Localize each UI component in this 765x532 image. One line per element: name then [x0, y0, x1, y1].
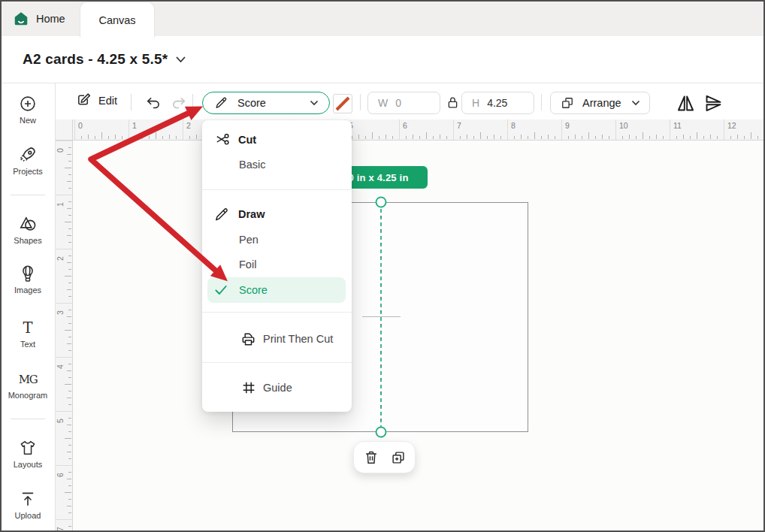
- sidebar-item-layouts[interactable]: Layouts: [2, 438, 54, 469]
- height-label: H: [472, 97, 479, 109]
- tab-home[interactable]: Home: [2, 2, 91, 36]
- sidebar-item-upload[interactable]: Upload: [2, 489, 54, 520]
- sidebar-label: Images: [2, 286, 54, 295]
- menu-item-label: Pen: [239, 234, 259, 246]
- vertical-ruler: 01234567: [56, 141, 73, 530]
- menu-item-label: Score: [239, 284, 268, 296]
- menu-item-label: Foil: [239, 258, 256, 271]
- rocket-icon: [18, 145, 38, 165]
- sidebar-label: Layouts: [2, 460, 54, 469]
- monogram-icon: MG: [17, 369, 39, 388]
- svg-text:T: T: [23, 319, 32, 337]
- menu-item-label: Draw: [238, 208, 265, 220]
- lock-icon[interactable]: [446, 95, 460, 110]
- menu-item-score[interactable]: Score: [202, 277, 352, 303]
- toolbar-separator: [541, 94, 542, 110]
- duplicate-icon[interactable]: [390, 449, 407, 466]
- undo-icon[interactable]: [145, 95, 162, 112]
- guide-icon: [240, 379, 257, 396]
- sidebar-label: Monogram: [2, 391, 54, 400]
- menu-divider: [202, 312, 352, 313]
- printer-icon: [240, 331, 257, 348]
- tab-canvas-label: Canvas: [98, 14, 135, 26]
- tab-home-label: Home: [36, 13, 65, 25]
- width-label: W: [378, 97, 388, 109]
- arrange-select[interactable]: Arrange: [550, 92, 650, 114]
- shapes-icon: [18, 214, 38, 234]
- menu-item-pen[interactable]: Pen: [202, 227, 352, 252]
- sidebar-divider: [11, 419, 45, 419]
- tab-canvas[interactable]: Canvas: [80, 2, 155, 38]
- diagonal-line-icon: [334, 95, 352, 113]
- upload-icon: [18, 489, 38, 509]
- sidebar-label: Projects: [2, 167, 54, 176]
- sidebar-item-text[interactable]: T Text: [2, 318, 54, 349]
- logo-icon: [13, 11, 29, 27]
- chevron-down-icon[interactable]: [175, 56, 186, 63]
- project-title: A2 cards - 4.25 x 5.5*: [23, 51, 168, 68]
- menu-item-foil[interactable]: Foil: [202, 252, 352, 277]
- height-field[interactable]: H 4.25: [461, 92, 534, 114]
- edit-icon: [75, 92, 92, 109]
- edit-label: Edit: [98, 95, 117, 107]
- edit-button[interactable]: Edit: [75, 92, 117, 109]
- sidebar-item-images[interactable]: Images: [2, 264, 54, 295]
- sidebar-item-monogram[interactable]: MG Monogram: [2, 369, 54, 400]
- horizontal-ruler: 0123456789101112: [73, 119, 763, 141]
- chevron-down-icon: [310, 100, 319, 106]
- menu-divider: [202, 189, 352, 190]
- width-field[interactable]: W 0: [367, 92, 440, 114]
- menu-item-print-then-cut[interactable]: Print Then Cut: [202, 326, 352, 352]
- sidebar: New Projects Shapes Images: [2, 83, 56, 530]
- menu-item-label: Guide: [263, 382, 292, 394]
- chevron-down-icon: [631, 100, 640, 106]
- sidebar-item-shapes[interactable]: Shapes: [2, 214, 54, 245]
- arrange-layers-icon: [560, 95, 575, 110]
- linetype-select[interactable]: Score: [202, 92, 330, 114]
- flip-vertical-icon[interactable]: [703, 93, 724, 113]
- app-window: Home Canvas A2 cards - 4.25 x 5.5* New P…: [0, 0, 765, 532]
- menu-item-label: Cut: [238, 134, 256, 146]
- trash-icon[interactable]: [363, 449, 379, 466]
- title-bar: A2 cards - 4.25 x 5.5*: [2, 36, 763, 83]
- sidebar-item-new[interactable]: New: [2, 94, 54, 125]
- ruler-corner: [56, 119, 73, 141]
- card-center-mark: [362, 316, 401, 317]
- toolbar-separator: [192, 94, 193, 110]
- menu-item-label: Print Then Cut: [263, 333, 333, 345]
- flip-horizontal-icon[interactable]: [676, 93, 696, 113]
- menu-divider: [202, 362, 352, 363]
- linetype-color-swatch[interactable]: [333, 94, 352, 113]
- menu-item-guide[interactable]: Guide: [202, 375, 352, 401]
- linetype-menu: Cut Basic Draw Pen Foil Score: [202, 120, 352, 412]
- arrange-label: Arrange: [582, 97, 621, 109]
- check-icon: [213, 283, 228, 298]
- scissors-icon: [214, 131, 231, 149]
- height-value: 4.25: [487, 97, 507, 109]
- menu-item-draw[interactable]: Draw: [202, 201, 352, 227]
- sidebar-label: Text: [2, 340, 54, 349]
- width-value: 0: [395, 97, 401, 109]
- sidebar-divider: [11, 195, 45, 195]
- redo-icon[interactable]: [170, 95, 187, 112]
- menu-item-basic[interactable]: Basic: [202, 152, 352, 177]
- object-action-bar: [353, 441, 416, 473]
- sidebar-label: Upload: [2, 511, 54, 520]
- toolbar-separator: [360, 94, 361, 110]
- tshirt-icon: [18, 438, 38, 458]
- balloon-icon: [18, 264, 38, 283]
- text-icon: T: [18, 318, 38, 337]
- plus-circle-icon: [18, 94, 38, 113]
- size-badge-label: 0 in x 4.25 in: [348, 172, 408, 183]
- sidebar-label: Shapes: [2, 236, 54, 245]
- pencil-icon: [213, 95, 228, 110]
- toolbar-separator: [131, 94, 132, 110]
- menu-item-label: Basic: [239, 159, 265, 171]
- svg-text:MG: MG: [19, 373, 38, 386]
- sidebar-item-projects[interactable]: Projects: [2, 145, 54, 176]
- pencil-icon: [213, 206, 230, 223]
- linetype-value: Score: [237, 97, 266, 109]
- menu-item-cut[interactable]: Cut: [202, 127, 352, 153]
- sidebar-label: New: [2, 116, 54, 125]
